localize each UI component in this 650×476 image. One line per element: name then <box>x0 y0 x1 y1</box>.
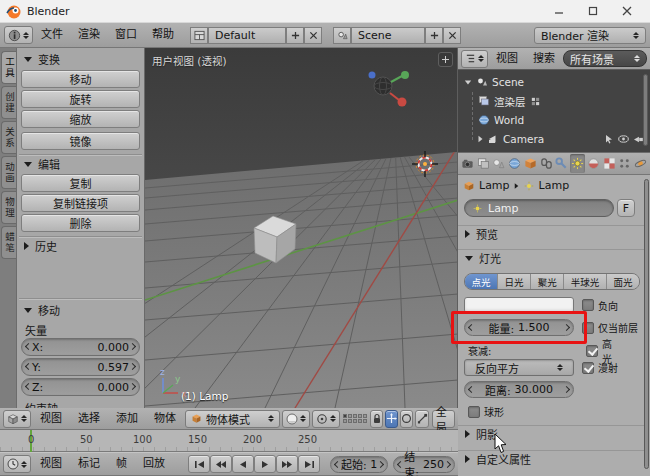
restrict-view-eye-icon[interactable] <box>618 135 629 143</box>
maximize-button[interactable] <box>576 0 610 22</box>
screen-layout-add-button[interactable] <box>286 27 304 44</box>
next-keyframe-button[interactable] <box>276 455 298 473</box>
decrement-chevron-icon[interactable] <box>468 386 475 393</box>
restrict-select-arrow-icon[interactable] <box>604 134 614 144</box>
lock-to-scene-button[interactable] <box>370 410 383 428</box>
editor-type-selector[interactable] <box>4 26 33 44</box>
menu-help[interactable]: 帮助 <box>145 24 181 46</box>
frame-end-field[interactable]: 结束: 250 <box>393 456 455 473</box>
translate-button[interactable]: 移动 <box>21 70 140 88</box>
orientation-select[interactable]: 全局 <box>432 410 455 428</box>
screen-layout-browse-button[interactable] <box>190 27 208 44</box>
shading-select[interactable] <box>282 410 310 428</box>
tab-render[interactable] <box>460 154 475 173</box>
play-reverse-button[interactable] <box>232 455 254 473</box>
menu-window[interactable]: 窗口 <box>108 24 144 46</box>
decrement-chevron-icon[interactable] <box>397 460 404 467</box>
decrement-chevron-icon[interactable] <box>25 363 32 370</box>
panel-header-transform[interactable]: 变换 <box>17 51 67 67</box>
tree-row-world[interactable]: World <box>478 111 524 129</box>
increment-chevron-icon[interactable] <box>444 460 451 467</box>
tab-animation[interactable]: 动画 <box>1 156 16 189</box>
negative-option[interactable]: 负向 <box>582 298 618 313</box>
outliner-display-mode-select[interactable]: 所有场景 <box>563 50 647 67</box>
region-expand-plus-button[interactable] <box>438 52 453 67</box>
this-layer-only-checkbox[interactable] <box>582 322 594 334</box>
timeline-marker-menu[interactable]: 标记 <box>71 453 107 475</box>
scale-button[interactable]: 缩放 <box>21 110 140 128</box>
fake-user-button[interactable]: F <box>617 199 635 217</box>
increment-chevron-icon[interactable] <box>129 363 136 370</box>
energy-field[interactable]: 能量: 1.500 <box>464 319 574 336</box>
increment-chevron-icon[interactable] <box>377 460 384 467</box>
breadcrumb-data-name[interactable]: Lamp <box>539 179 570 192</box>
lamp-type-hemi[interactable]: 半球光 <box>564 274 607 289</box>
menu-render[interactable]: 渲染 <box>71 24 107 46</box>
add-menu[interactable]: 添加 <box>109 408 145 430</box>
scene-field[interactable]: Scene <box>351 27 425 44</box>
object-menu[interactable]: 物体 <box>147 408 183 430</box>
manipulator-translate-button[interactable] <box>385 410 398 428</box>
expand-triangle-icon[interactable] <box>465 80 471 84</box>
mode-select[interactable]: 物体模式 <box>185 410 280 428</box>
panel-header-shadow[interactable]: 阴影 <box>458 425 644 442</box>
tab-relations[interactable]: 关系 <box>1 121 16 154</box>
y-field[interactable]: Y: 0.597 <box>21 358 140 376</box>
collapsed-triangle-icon[interactable] <box>479 136 483 142</box>
tree-row-scene[interactable]: Scene <box>464 73 524 91</box>
timeline-ruler[interactable]: 0 50 100 150 200 250 <box>0 430 458 452</box>
sphere-checkbox[interactable] <box>468 406 480 418</box>
mirror-button[interactable]: 镜像 <box>21 132 140 150</box>
diffuse-option[interactable]: 漫射 <box>582 360 618 375</box>
scene-browse-button[interactable] <box>333 27 351 44</box>
decrement-chevron-icon[interactable] <box>468 324 475 331</box>
tree-row-renderlayers[interactable]: 渲染层 <box>478 92 541 110</box>
tab-object[interactable] <box>523 154 538 173</box>
tab-tools[interactable]: 工具 <box>1 51 16 84</box>
panel-header-lamp[interactable]: 灯光 <box>458 249 644 266</box>
increment-chevron-icon[interactable] <box>563 324 570 331</box>
delete-button[interactable]: 删除 <box>21 214 140 232</box>
tab-texture[interactable] <box>602 154 617 173</box>
diffuse-checkbox[interactable] <box>582 362 594 374</box>
x-field[interactable]: X: 0.000 <box>21 338 140 356</box>
jump-to-start-button[interactable] <box>188 455 210 473</box>
panel-header-operator[interactable]: 移动 <box>17 302 67 318</box>
lamp-type-point[interactable]: 点光 <box>465 274 498 289</box>
tab-scene[interactable] <box>492 154 507 173</box>
view-menu[interactable]: 视图 <box>33 408 69 430</box>
increment-chevron-icon[interactable] <box>129 343 136 350</box>
timeline-view-menu[interactable]: 视图 <box>33 453 69 475</box>
menu-file[interactable]: 文件 <box>34 24 70 46</box>
scene-add-button[interactable] <box>425 27 443 44</box>
tab-physics[interactable]: 物理 <box>1 191 16 224</box>
lamp-color-swatch[interactable] <box>464 297 574 313</box>
specular-checkbox[interactable] <box>586 345 598 357</box>
decrement-chevron-icon[interactable] <box>25 343 32 350</box>
tab-constraints[interactable] <box>539 154 554 173</box>
properties-scrollbar[interactable] <box>644 179 649 469</box>
panel-header-edit[interactable]: 编辑 <box>17 156 67 172</box>
tab-modifiers[interactable] <box>555 154 570 173</box>
panel-header-custom-properties[interactable]: 自定义属性 <box>458 450 644 467</box>
pivot-select[interactable] <box>312 410 340 428</box>
timeline-frame-menu[interactable]: 帧 <box>109 453 134 475</box>
viewport-editor-selector[interactable] <box>3 410 31 428</box>
select-menu[interactable]: 选择 <box>71 408 107 430</box>
breadcrumb-object-name[interactable]: Lamp <box>479 179 510 192</box>
minimize-button[interactable] <box>542 0 576 22</box>
close-button[interactable] <box>610 0 644 22</box>
increment-chevron-icon[interactable] <box>129 383 136 390</box>
tab-object-data-lamp[interactable] <box>570 154 585 173</box>
lamp-name-field[interactable]: Lamp <box>464 199 614 217</box>
prev-keyframe-button[interactable] <box>210 455 232 473</box>
layers-widget[interactable] <box>342 413 368 424</box>
this-layer-only-option[interactable]: 仅当前层 <box>582 320 638 335</box>
tab-material[interactable] <box>586 154 601 173</box>
duplicate-linked-button[interactable]: 复制链接项 <box>21 194 140 212</box>
falloff-select[interactable]: 反向平方 <box>464 359 574 376</box>
play-button[interactable] <box>254 455 276 473</box>
render-engine-select[interactable]: Blender 渲染 <box>534 27 646 44</box>
outliner-search-menu[interactable]: 搜索 <box>526 48 562 70</box>
timeline-editor-selector[interactable] <box>3 455 31 473</box>
